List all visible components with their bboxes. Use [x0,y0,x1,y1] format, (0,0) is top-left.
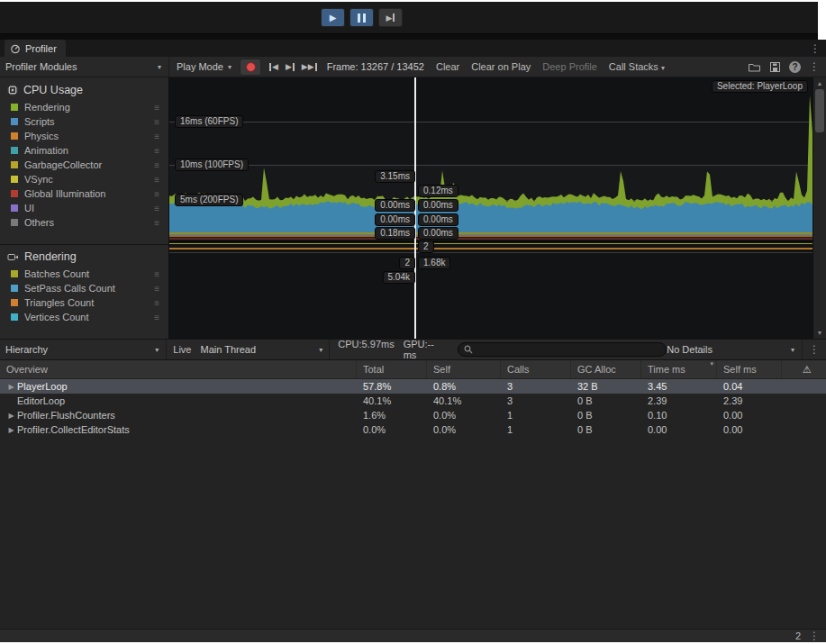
column-header-total[interactable]: Total [357,360,427,378]
drag-handle-icon[interactable]: ≡ [154,117,159,127]
row-name: Profiler.CollectEditorStats [17,424,130,435]
legend-swatch [11,161,18,168]
help-icon[interactable]: ? [789,61,801,73]
profiler-modules-dropdown[interactable]: Profiler Modules ▾ [0,57,169,77]
scroll-down-icon[interactable]: ▼ [813,330,826,336]
gridline-label-10ms: 10ms (100FPS) [175,159,249,171]
tab-kebab-icon[interactable]: ⋮ [810,42,821,55]
legend-item-ui[interactable]: UI≡ [0,201,168,215]
screenshot-root: ▶ ▶ Profiler ⋮ Profiler Modules ▾ Play M… [0,0,826,644]
drag-handle-icon[interactable]: ≡ [154,204,159,213]
legend-item-triangles-count[interactable]: Triangles Count≡ [0,295,168,310]
tooltip-value: 2 [399,257,415,269]
drag-handle-icon[interactable]: ≡ [154,284,159,294]
column-header-self[interactable]: Self [427,360,501,378]
thread-label: Main Thread [200,344,256,355]
column-header-time-ms[interactable]: Time ms▾ [641,360,717,378]
row-name: Profiler.FlushCounters [17,410,115,421]
live-toggle[interactable]: Live [173,344,191,355]
drag-handle-icon[interactable]: ≡ [154,103,159,113]
legend-item-scripts[interactable]: Scripts≡ [0,114,168,129]
legend-label: Physics [24,131,59,141]
drag-handle-icon[interactable]: ≡ [154,160,159,170]
load-folder-icon[interactable] [748,61,761,73]
legend-item-garbagecollector[interactable]: GarbageCollector≡ [0,158,168,172]
drag-handle-icon[interactable]: ≡ [154,175,159,185]
clear-on-play-button[interactable]: Clear on Play [471,61,531,72]
legend-swatch [11,132,18,140]
status-badge[interactable]: 2 [795,630,801,641]
drag-handle-icon[interactable]: ≡ [154,146,159,156]
cpu-chart-canvas[interactable]: 16ms (60FPS) 10ms (100FPS) 5ms (200FPS) … [169,77,812,339]
play-mode-label: Play Mode [177,61,223,72]
play-mode-dropdown[interactable]: Play Mode ▾ [177,61,231,72]
legend-item-physics[interactable]: Physics≡ [0,129,168,143]
toolbar-kebab-icon[interactable]: ⋮ [809,60,820,73]
legend-item-vsync[interactable]: VSync≡ [0,172,168,186]
search-input[interactable] [477,344,661,355]
call-stacks-dropdown[interactable]: Call Stacks ▾ [609,61,665,72]
warning-icon: ⚠ [803,364,812,376]
drag-handle-icon[interactable]: ≡ [154,218,159,228]
scroll-up-icon[interactable]: ▲ [813,80,826,86]
status-kebab-icon[interactable]: ⋮ [809,630,820,642]
drag-handle-icon[interactable]: ≡ [154,132,159,141]
frame-timing-summary: CPU:5.97ms GPU:--ms [338,339,445,360]
legend-item-batches-count[interactable]: Batches Count≡ [0,267,168,281]
pause-button[interactable] [349,8,374,27]
clear-button[interactable]: Clear [436,61,459,72]
last-frame-button[interactable]: ▶▶ [302,62,317,71]
legend-label: Rendering [24,102,70,113]
save-icon[interactable] [769,61,781,73]
expand-icon[interactable]: ▶ [5,383,17,391]
deep-profile-button[interactable]: Deep Profile [542,61,597,72]
tooltip-value: 0.00ms [418,213,458,226]
tooltip-value: 1.68k [418,257,450,269]
scrollbar-thumb[interactable] [815,89,824,132]
table-row[interactable]: ▶PlayerLoop57.8%0.8%332 B3.450.04 [0,379,826,394]
table-row[interactable]: ▶Profiler.CollectEditorStats0.0%0.0%10 B… [0,422,826,437]
table-row[interactable]: EditorLoop40.1%40.1%30 B2.392.39 [0,394,826,408]
chart-scrollbar[interactable]: ▲ ▼ [812,77,826,339]
details-dropdown[interactable]: No Details ▾ [667,344,802,355]
legend-item-animation[interactable]: Animation≡ [0,143,168,158]
search-box[interactable] [458,342,667,357]
tab-profiler[interactable]: Profiler [5,40,66,57]
legend-label: Batches Count [24,268,89,279]
row-total: 1.6% [357,408,427,422]
drag-handle-icon[interactable]: ≡ [154,313,159,322]
legend-label: Others [24,217,54,228]
next-frame-button[interactable]: ▶ [286,62,295,71]
row-self_pct: 0.0% [427,408,501,422]
record-button[interactable] [240,59,261,76]
hierarchy-kebab[interactable]: ⋮ [802,340,826,359]
column-header-warnings[interactable]: ⚠ [782,360,826,378]
expand-icon[interactable]: ▶ [5,426,17,434]
table-row[interactable]: ▶Profiler.FlushCounters1.6%0.0%10 B0.100… [0,408,826,422]
row-time: 2.39 [641,394,717,408]
step-button[interactable]: ▶ [378,8,403,27]
record-icon [246,62,256,72]
drag-handle-icon[interactable]: ≡ [154,189,159,199]
play-button[interactable]: ▶ [321,8,345,27]
column-header-calls[interactable]: Calls [501,360,571,378]
column-header-overview[interactable]: Overview [0,360,357,378]
column-header-gc-alloc[interactable]: GC Alloc [571,360,641,378]
row-warnings [782,422,826,437]
legend-item-setpass-calls-count[interactable]: SetPass Calls Count≡ [0,281,168,295]
tooltip-value: 0.12ms [418,185,458,197]
thread-dropdown[interactable]: Main Thread ▾ [200,340,330,359]
view-mode-dropdown[interactable]: Hierarchy ▾ [0,340,167,359]
drag-handle-icon[interactable]: ≡ [154,298,159,308]
expand-icon[interactable]: ▶ [5,412,17,420]
legend-item-global-illumination[interactable]: Global Illumination≡ [0,186,168,201]
chevron-down-icon: ▾ [791,346,794,354]
drag-handle-icon[interactable]: ≡ [154,269,159,279]
legend-item-vertices-count[interactable]: Vertices Count≡ [0,310,168,324]
legend-item-rendering[interactable]: Rendering≡ [0,100,168,114]
chevron-down-icon: ▾ [661,64,665,72]
charts-region: CPU Usage Rendering≡Scripts≡Physics≡Anim… [0,77,826,339]
prev-frame-button[interactable]: ◀ [269,62,278,71]
legend-item-others[interactable]: Others≡ [0,215,168,230]
column-header-self-ms[interactable]: Self ms [717,360,782,378]
